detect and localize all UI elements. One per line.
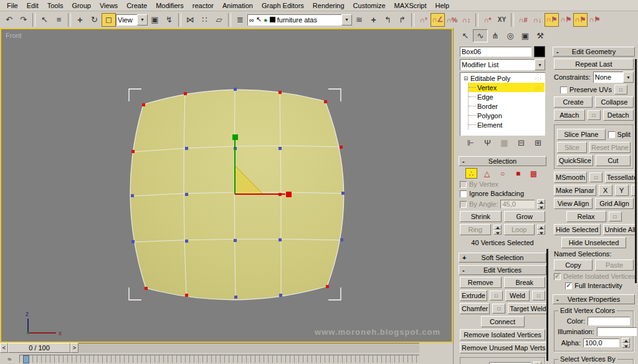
stack-item-border[interactable]: Border — [469, 101, 545, 111]
reference-coordinate-dropdown[interactable]: View ▼ — [116, 14, 148, 26]
connect-button[interactable]: Connect — [481, 316, 525, 327]
slice-plane-button[interactable]: Slice Plane — [557, 129, 606, 140]
menu-file[interactable]: File — [2, 1, 22, 10]
menu-modifiers[interactable]: Modifiers — [151, 1, 188, 10]
selection-rollout-header[interactable]: - Selection — [459, 156, 546, 166]
align-icon[interactable]: + — [366, 13, 381, 27]
cut-button[interactable]: Cut — [596, 155, 631, 166]
modifier-list-dropdown[interactable]: Modifier List ▼ — [460, 59, 545, 70]
full-interactivity-checkbox[interactable]: ✓ — [565, 282, 572, 289]
select-and-manipulate-icon[interactable]: ↯ — [162, 13, 176, 27]
snaps-toggle-icon[interactable]: ∩³ — [416, 13, 431, 27]
select-object-icon[interactable]: ↖ — [37, 13, 52, 27]
stack-item-editable-poly[interactable]: ⊟ Editable Poly ·:· — [460, 73, 545, 83]
tab-create-icon[interactable]: ↖ — [458, 29, 473, 42]
extrude-settings-button[interactable]: □ — [490, 291, 503, 301]
dropdown-arrow-icon[interactable]: ▼ — [341, 14, 352, 26]
subobject-border-icon[interactable]: ○ — [497, 168, 508, 179]
msmooth-button[interactable]: MSmooth — [554, 172, 587, 183]
weld-button[interactable]: Weld — [505, 290, 530, 301]
break-button[interactable]: Break — [504, 277, 546, 288]
menu-tools[interactable]: Tools — [43, 1, 68, 10]
time-slider-thumb[interactable]: 0 / 100 — [8, 343, 70, 353]
alpha-field[interactable]: 100,0 — [583, 338, 619, 347]
soft-selection-rollout-header[interactable]: + Soft Selection — [459, 253, 546, 263]
tab-motion-icon[interactable]: ◎ — [503, 29, 518, 42]
spinner-snap-toggle-icon[interactable]: ∩↕ — [459, 13, 474, 27]
right-column-scrollbar[interactable] — [635, 59, 637, 283]
relax-settings-button[interactable]: □ — [609, 212, 622, 222]
delete-isolated-vertices-checkbox[interactable]: ✓ — [554, 273, 561, 280]
mirror-icon[interactable]: ⋈ — [183, 13, 198, 27]
next-frame-icon[interactable]: > — [70, 343, 79, 353]
subobject-element-icon[interactable]: ▩ — [528, 168, 540, 179]
alpha-spinner[interactable] — [622, 338, 630, 348]
reset-plane-button[interactable]: Reset Plane — [589, 142, 631, 153]
object-name-field[interactable]: Box06 — [460, 47, 531, 57]
quickslice-button[interactable]: QuickSlice — [557, 155, 593, 166]
remove-unused-map-verts-button[interactable]: Remove Unused Map Verts — [460, 342, 548, 353]
remove-isolated-vertices-button[interactable]: Remove Isolated Vertices — [460, 329, 545, 340]
by-angle-checkbox[interactable] — [460, 201, 467, 208]
menu-group[interactable]: Group — [67, 1, 95, 10]
split-checkbox[interactable] — [608, 131, 615, 138]
by-vertex-checkbox[interactable] — [460, 181, 467, 188]
angle-snap-toggle-icon[interactable]: ∩∠ — [431, 13, 445, 27]
menu-rendering[interactable]: Rendering — [308, 1, 349, 10]
ring-spinner[interactable] — [493, 225, 502, 235]
grow-button[interactable]: Grow — [504, 211, 546, 222]
attach-settings-button[interactable]: □ — [588, 110, 601, 120]
create-button[interactable]: Create — [554, 96, 593, 108]
tab-utilities-icon[interactable]: ⚒ — [533, 29, 548, 42]
tessellate-button[interactable]: Tessellate — [605, 172, 637, 183]
snap-flag-c-icon[interactable]: ∩⚑ — [573, 13, 588, 27]
select-by-name-icon[interactable]: ≡ — [52, 13, 66, 27]
percent-snap-toggle-icon[interactable]: ∩% — [445, 13, 459, 27]
current-frame-marker[interactable] — [23, 355, 29, 363]
grid-snap-icon[interactable]: ∩# — [516, 13, 530, 27]
vertex-color-swatch[interactable] — [588, 317, 630, 325]
repeat-last-button[interactable]: Repeat Last — [554, 58, 634, 70]
preserve-uvs-settings-button[interactable]: □ — [614, 85, 627, 95]
slice-button[interactable]: Slice — [557, 142, 587, 153]
viewport-label[interactable]: Front — [6, 32, 22, 39]
hide-unselected-button[interactable]: Hide Unselected — [561, 237, 626, 248]
stack-item-element[interactable]: Element — [469, 120, 545, 129]
shrink-button[interactable]: Shrink — [460, 211, 502, 222]
collapse-button[interactable]: Collapse — [595, 96, 634, 108]
select-and-link-icon[interactable]: ↰ — [381, 13, 395, 27]
make-planar-button[interactable]: Make Planar — [554, 185, 596, 196]
object-color-swatch[interactable] — [534, 46, 545, 57]
attach-button[interactable]: Attach — [554, 110, 585, 121]
relax-button[interactable]: Relax — [566, 211, 606, 222]
make-planar-x-button[interactable]: X — [599, 185, 612, 196]
msmooth-settings-button[interactable]: □ — [589, 172, 602, 182]
snap-flag-b-icon[interactable]: ∩⚑ — [559, 13, 573, 27]
weld-settings-button[interactable]: □ — [532, 291, 545, 301]
menu-reactor[interactable]: reactor — [188, 1, 218, 10]
select-and-move-icon[interactable]: + — [73, 13, 87, 27]
show-end-result-icon[interactable]: Ψ — [480, 138, 495, 147]
tab-modify-icon[interactable]: ∿ — [473, 29, 488, 42]
collapse-icon[interactable]: ⊟ — [464, 75, 470, 82]
remove-button[interactable]: Remove — [460, 277, 502, 288]
paste-button[interactable]: Paste — [595, 259, 634, 271]
vertex-properties-rollout-header[interactable]: - Vertex Properties — [553, 294, 635, 304]
edit-named-selections-icon[interactable]: ≋ — [352, 13, 366, 27]
stack-item-edge[interactable]: Edge — [469, 92, 545, 101]
layer-manager-icon[interactable]: ≣ — [233, 13, 247, 27]
target-weld-button[interactable]: Target Weld — [508, 303, 548, 314]
chamfer-settings-button[interactable]: □ — [492, 304, 505, 314]
detach-button[interactable]: Detach — [603, 110, 634, 121]
weight-spinner[interactable] — [533, 362, 541, 364]
menu-maxscript[interactable]: MAXScript — [390, 1, 431, 10]
menu-views[interactable]: Views — [95, 1, 122, 10]
left-column-scrollbar[interactable] — [546, 249, 548, 361]
redo-icon[interactable]: ↷ — [16, 13, 31, 27]
snap-freeze-icon[interactable]: ∩* — [480, 13, 495, 27]
configure-modifier-sets-icon[interactable]: ⊞ — [531, 138, 545, 147]
subobject-edge-icon[interactable]: △ — [481, 168, 493, 179]
copy-button[interactable]: Copy — [554, 259, 593, 271]
previous-frame-icon[interactable]: < — [0, 343, 8, 353]
tab-hierarchy-icon[interactable]: ⋔ — [488, 29, 503, 42]
